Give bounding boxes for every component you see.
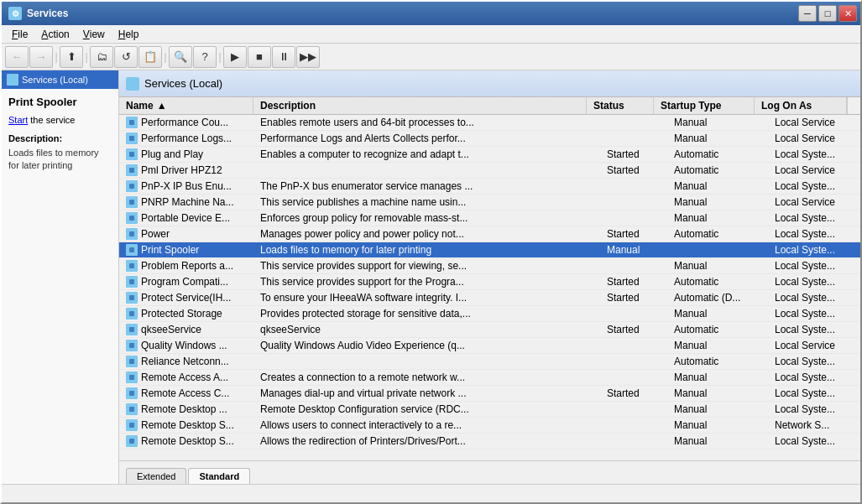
cell-desc: To ensure your IHeeaWA software integrit… <box>253 290 600 305</box>
cell-status <box>600 360 667 363</box>
cell-startup: Manual <box>667 402 768 417</box>
table-row[interactable]: Remote Desktop ...Remote Desktop Configu… <box>119 402 860 418</box>
col-header-status[interactable]: Status <box>587 97 654 114</box>
service-name-text: Quality Windows ... <box>141 340 227 351</box>
table-row[interactable]: PowerManages power policy and power poli… <box>119 226 860 242</box>
export-button[interactable]: 📋 <box>138 46 162 68</box>
stop-button[interactable]: ■ <box>248 46 271 68</box>
table-row[interactable]: Remote Desktop S...Allows users to conne… <box>119 418 860 434</box>
col-header-startup[interactable]: Startup Type <box>654 97 755 114</box>
table-body: Performance Cou...Enables remote users a… <box>119 115 860 460</box>
table-row[interactable]: PnP-X IP Bus Enu...The PnP-X bus enumera… <box>119 179 860 195</box>
table-row[interactable]: Problem Reports a...This service provide… <box>119 258 860 274</box>
table-row[interactable]: PNRP Machine Na...This service publishes… <box>119 195 860 210</box>
cell-startup: Manual <box>667 210 768 226</box>
back-button[interactable]: ← <box>5 46 29 68</box>
cell-logon: Local Service <box>768 115 860 130</box>
app-icon: ⚙ <box>8 7 22 20</box>
cell-startup: Manual <box>667 131 768 146</box>
close-button[interactable]: ✕ <box>838 5 857 22</box>
service-icon <box>126 148 138 160</box>
restart-button[interactable]: ▶▶ <box>296 46 320 68</box>
cell-startup: Automatic <box>667 274 768 289</box>
cell-name: Remote Access C... <box>119 386 253 401</box>
service-icon <box>126 435 138 447</box>
cell-desc: Allows the redirection of Printers/Drive… <box>253 434 600 449</box>
menu-help[interactable]: Help <box>112 25 146 43</box>
table-row[interactable]: Performance Cou...Enables remote users a… <box>119 115 860 131</box>
refresh-button[interactable]: ↺ <box>114 46 138 68</box>
service-name-text: Pml Driver HPZ12 <box>141 164 222 176</box>
tab-extended[interactable]: Extended <box>126 468 186 484</box>
service-name-text: Remote Access A... <box>141 372 228 383</box>
cell-logon: Local Syste... <box>768 322 860 337</box>
col-header-logon[interactable]: Log On As <box>755 97 847 114</box>
table-row[interactable]: Protect Service(IH...To ensure your IHee… <box>119 290 860 306</box>
minimize-button[interactable]: ─ <box>798 5 817 22</box>
link-suffix: the service <box>28 115 75 125</box>
cell-startup: Manual <box>667 338 768 353</box>
service-icon <box>126 340 138 351</box>
right-panel: Services (Local) Name ▲ Description Stat… <box>119 70 860 484</box>
cell-logon: Local Syste... <box>768 147 860 162</box>
cell-name: Power <box>119 226 253 242</box>
col-header-desc[interactable]: Description <box>253 97 587 114</box>
table-row[interactable]: Remote Access C...Manages dial-up and vi… <box>119 386 860 402</box>
table-row[interactable]: Remote Desktop S...Allows the redirectio… <box>119 434 860 449</box>
cell-logon: Network S... <box>768 418 860 433</box>
table-row[interactable]: qkseeServiceqkseeServiceStartedAutomatic… <box>119 322 860 338</box>
service-icon <box>126 276 138 288</box>
service-name-text: Plug and Play <box>141 148 203 160</box>
table-row[interactable]: Portable Device E...Enforces group polic… <box>119 210 860 226</box>
filter-button[interactable]: 🔍 <box>169 46 192 68</box>
table-row[interactable]: Quality Windows ...Quality Windows Audio… <box>119 338 860 354</box>
table-row[interactable]: Reliance Netconn...AutomaticLocal Syste.… <box>119 354 860 370</box>
forward-button[interactable]: → <box>29 46 53 68</box>
table-row[interactable]: Plug and PlayEnables a computer to recog… <box>119 147 860 163</box>
cell-startup: Manual <box>667 386 768 401</box>
maximize-button[interactable]: □ <box>818 5 837 22</box>
table-row[interactable]: Program Compati...This service provides … <box>119 274 860 290</box>
sort-arrow: ▲ <box>157 100 167 112</box>
menu-action[interactable]: Action <box>34 25 76 43</box>
show-tree-button[interactable]: 🗂 <box>90 46 113 68</box>
cell-name: Quality Windows ... <box>119 338 253 353</box>
start-service-link[interactable]: Start <box>8 115 28 125</box>
cell-logon: Local Syste... <box>768 226 860 242</box>
cell-startup: Manual <box>667 258 768 273</box>
help-button[interactable]: ? <box>193 46 217 68</box>
up-folder-button[interactable]: ⬆ <box>60 46 83 68</box>
cell-desc: Quality Windows Audio Video Experience (… <box>253 338 600 353</box>
cell-desc: This service publishes a machine name us… <box>253 195 600 210</box>
service-name-text: Portable Device E... <box>141 212 230 224</box>
cell-name: qkseeService <box>119 322 253 337</box>
title-bar: ⚙ Services ─ □ ✕ <box>2 2 860 25</box>
tab-standard[interactable]: Standard <box>188 468 250 484</box>
bottom-tabs: Extended Standard <box>119 460 860 484</box>
table-row[interactable]: Performance Logs...Performance Logs and … <box>119 131 860 147</box>
menu-view[interactable]: View <box>76 25 112 43</box>
play-button[interactable]: ▶ <box>223 46 247 68</box>
service-name-text: Remote Desktop S... <box>141 435 234 447</box>
service-name-text: Remote Access C... <box>141 387 229 399</box>
cell-logon: Local Service <box>768 131 860 146</box>
service-icon <box>126 419 138 431</box>
menu-file[interactable]: File <box>5 25 34 43</box>
cell-status <box>600 376 667 379</box>
cell-logon: Local Service <box>768 163 860 178</box>
cell-logon: Local Syste... <box>768 402 860 417</box>
table-row[interactable]: Print SpoolerLoads files to memory for l… <box>119 242 860 258</box>
table-row[interactable]: Remote Access A...Creates a connection t… <box>119 370 860 386</box>
col-header-name[interactable]: Name ▲ <box>119 97 253 114</box>
cell-desc: Manages power policy and power policy no… <box>253 226 600 242</box>
table-row[interactable]: Protected StorageProvides protected stor… <box>119 306 860 322</box>
cell-status: Started <box>600 386 667 401</box>
cell-name: Protect Service(IH... <box>119 290 253 305</box>
left-panel: Services (Local) Print Spooler Start the… <box>2 70 119 484</box>
cell-desc: Enforces group policy for removable mass… <box>253 210 600 226</box>
pause-button[interactable]: ⏸ <box>272 46 295 68</box>
table-row[interactable]: Pml Driver HPZ12StartedAutomaticLocal Se… <box>119 163 860 179</box>
cell-status: Started <box>600 290 667 305</box>
service-name-text: PNRP Machine Na... <box>141 196 234 208</box>
title-bar-left: ⚙ Services <box>8 7 68 20</box>
